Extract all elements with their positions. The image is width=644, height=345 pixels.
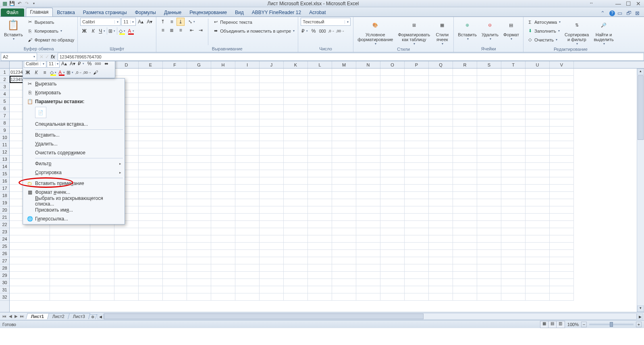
cell-Q10[interactable] (429, 134, 453, 141)
cell-F10[interactable] (163, 134, 187, 141)
cell-Q6[interactable] (429, 105, 453, 112)
cell-Q3[interactable] (429, 83, 453, 90)
cell-N9[interactable] (356, 127, 380, 134)
cell-K4[interactable] (284, 90, 308, 98)
cell-J28[interactable] (260, 264, 284, 272)
cell-R7[interactable] (453, 112, 477, 119)
cell-N19[interactable] (356, 199, 380, 206)
cell-S17[interactable] (477, 185, 501, 192)
row-header-16[interactable]: 16 (0, 177, 9, 185)
cell-B30[interactable] (50, 279, 90, 286)
scroll-down-icon[interactable]: ▾ (637, 306, 644, 312)
cell-Q4[interactable] (429, 90, 453, 98)
cell-E22[interactable] (139, 221, 163, 228)
cell-P10[interactable] (405, 134, 429, 141)
cell-R26[interactable] (453, 250, 477, 257)
cell-T3[interactable] (501, 83, 526, 90)
format-painter-button[interactable]: 🖌Формат по образцу (26, 35, 75, 44)
cell-E3[interactable] (139, 83, 163, 90)
cell-F20[interactable] (163, 206, 187, 214)
cell-S18[interactable] (477, 192, 501, 199)
cell-P23[interactable] (405, 228, 429, 235)
cell-F14[interactable] (163, 163, 187, 170)
cell-K20[interactable] (284, 206, 308, 214)
cell-F28[interactable] (163, 264, 187, 272)
zoom-in-button[interactable]: + (636, 322, 642, 327)
normal-view-icon[interactable]: ▦ (540, 321, 548, 328)
row-header-9[interactable]: 9 (0, 127, 9, 134)
row-header-25[interactable]: 25 (0, 243, 9, 250)
ctx-clear-contents[interactable]: Очистить содержимое (23, 148, 125, 157)
cell-H4[interactable] (211, 90, 235, 98)
cell-J8[interactable] (260, 119, 284, 127)
cell-I12[interactable] (235, 148, 260, 156)
cell-E31[interactable] (139, 286, 163, 293)
sort-filter-button[interactable]: ⇅Сортировка и фильтр▾ (563, 18, 590, 46)
cell-F13[interactable] (163, 156, 187, 163)
cell-V10[interactable] (550, 134, 574, 141)
cell-F25[interactable] (163, 243, 187, 250)
cell-O13[interactable] (380, 156, 405, 163)
cell-F7[interactable] (163, 112, 187, 119)
sheet-tab-2[interactable]: Лист2 (47, 313, 70, 319)
sheet-tab-1[interactable]: Лист1 (26, 313, 49, 319)
cell-F5[interactable] (163, 98, 187, 105)
zoom-level[interactable]: 100% (567, 322, 579, 327)
cell-T13[interactable] (501, 156, 526, 163)
cell-T10[interactable] (501, 134, 526, 141)
cell-H2[interactable] (211, 76, 235, 83)
cell-R16[interactable] (453, 177, 477, 185)
col-header-T[interactable]: T (501, 61, 526, 68)
cell-Q32[interactable] (429, 293, 453, 301)
cell-N20[interactable] (356, 206, 380, 214)
cell-U17[interactable] (526, 185, 550, 192)
cell-U11[interactable] (526, 141, 550, 148)
ctx-paste-special[interactable]: Специальная вставка... (23, 120, 125, 129)
cell-K16[interactable] (284, 177, 308, 185)
cell-U18[interactable] (526, 192, 550, 199)
cell-T8[interactable] (501, 119, 526, 127)
cell-T11[interactable] (501, 141, 526, 148)
cell-I4[interactable] (235, 90, 260, 98)
cell-V28[interactable] (550, 264, 574, 272)
cell-P24[interactable] (405, 235, 429, 243)
cell-C30[interactable] (90, 279, 114, 286)
cell-G27[interactable] (187, 257, 211, 264)
cell-S1[interactable] (477, 69, 501, 76)
cell-V21[interactable] (550, 214, 574, 221)
cell-M18[interactable] (332, 192, 356, 199)
qat-customize-icon[interactable]: ▾ (31, 0, 37, 7)
cell-E30[interactable] (139, 279, 163, 286)
cell-D24[interactable] (114, 235, 139, 243)
cell-N21[interactable] (356, 214, 380, 221)
cell-E19[interactable] (139, 199, 163, 206)
cell-K3[interactable] (284, 83, 308, 90)
cell-P28[interactable] (405, 264, 429, 272)
mini-borders-icon[interactable]: ⊞ (66, 69, 74, 77)
cell-V23[interactable] (550, 228, 574, 235)
cell-N13[interactable] (356, 156, 380, 163)
cell-J27[interactable] (260, 257, 284, 264)
cell-H31[interactable] (211, 286, 235, 293)
shrink-font-icon[interactable]: A▾ (145, 18, 154, 26)
vertical-scrollbar[interactable]: ▴ ▾ (637, 69, 644, 312)
cell-K15[interactable] (284, 170, 308, 177)
cell-H16[interactable] (211, 177, 235, 185)
cell-O14[interactable] (380, 163, 405, 170)
cell-S8[interactable] (477, 119, 501, 127)
cell-F9[interactable] (163, 127, 187, 134)
cell-V12[interactable] (550, 148, 574, 156)
cell-R23[interactable] (453, 228, 477, 235)
cell-S23[interactable] (477, 228, 501, 235)
cut-button[interactable]: ✂Вырезать (26, 18, 75, 26)
cell-S9[interactable] (477, 127, 501, 134)
cell-U13[interactable] (526, 156, 550, 163)
mini-thousands-icon[interactable]: 000 (94, 61, 102, 68)
cell-H22[interactable] (211, 221, 235, 228)
cell-V13[interactable] (550, 156, 574, 163)
cell-V4[interactable] (550, 90, 574, 98)
cell-O27[interactable] (380, 257, 405, 264)
cell-P31[interactable] (405, 286, 429, 293)
cell-L5[interactable] (308, 98, 332, 105)
col-header-D[interactable]: D (114, 61, 139, 68)
